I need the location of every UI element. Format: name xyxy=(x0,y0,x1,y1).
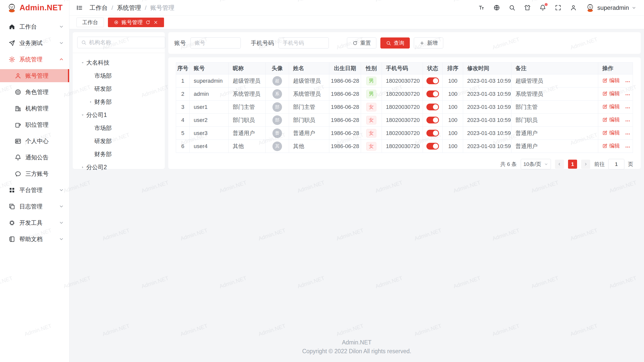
language-icon[interactable] xyxy=(493,4,500,11)
tree-node[interactable]: 分公司2 xyxy=(77,161,160,174)
gender-tag: 男 xyxy=(366,77,376,85)
fullscreen-icon[interactable] xyxy=(555,4,561,11)
page-size-select[interactable]: 10条/页 xyxy=(521,159,551,169)
row-more-button[interactable] xyxy=(625,118,630,124)
notification-icon[interactable] xyxy=(539,4,546,11)
breadcrumb-item[interactable]: 系统管理 xyxy=(117,4,141,12)
column-header-status: 状态 xyxy=(423,63,443,74)
user-icon[interactable] xyxy=(570,4,577,11)
sidebar-item-help-docs[interactable]: 帮助文档 xyxy=(0,233,69,246)
logo[interactable]: Admin.NET xyxy=(0,0,69,16)
theme-icon[interactable] xyxy=(524,4,531,11)
tree-node[interactable]: 市场部 xyxy=(77,121,160,134)
sidebar-item-workbench[interactable]: 工作台 xyxy=(0,20,69,33)
edit-button[interactable]: 编辑 xyxy=(602,103,620,110)
tree-caret-spacer xyxy=(87,74,94,78)
close-icon[interactable] xyxy=(153,20,158,25)
current-page-button[interactable]: 1 xyxy=(568,160,577,169)
edit-button[interactable]: 编辑 xyxy=(602,142,620,149)
edit-button[interactable]: 编辑 xyxy=(602,77,620,84)
sidebar-item-system-manage[interactable]: 系统管理 xyxy=(0,53,69,66)
org-search-input[interactable] xyxy=(89,39,162,46)
edit-button[interactable]: 编辑 xyxy=(602,129,620,136)
tree-node-label: 财务部 xyxy=(94,98,112,106)
sidebar-item-position-manage[interactable]: 职位管理 xyxy=(0,118,69,131)
search-icon[interactable] xyxy=(509,4,515,11)
caret-down-icon[interactable] xyxy=(79,113,86,117)
row-more-button[interactable] xyxy=(625,131,630,137)
refresh-icon[interactable] xyxy=(145,20,150,25)
goto-page-input[interactable] xyxy=(608,159,624,169)
tree-caret-spacer xyxy=(87,126,94,130)
tab-account-manage[interactable]: 账号管理 xyxy=(108,18,164,27)
phone-filter-input[interactable] xyxy=(278,37,329,49)
row-more-button[interactable] xyxy=(625,105,630,111)
user-menu[interactable]: superadmin xyxy=(585,3,636,13)
row-more-button[interactable] xyxy=(625,79,630,84)
caret-down-icon[interactable] xyxy=(79,61,86,65)
row-more-button[interactable] xyxy=(625,92,630,98)
status-toggle[interactable] xyxy=(426,143,439,150)
org-icon xyxy=(15,105,21,112)
send-icon xyxy=(9,40,15,47)
cell-phone: 18020030720 xyxy=(382,114,423,127)
table-header-row: 序号账号昵称头像姓名出生日期性别手机号码状态排序修改时间备注操作 xyxy=(176,63,633,74)
status-toggle[interactable] xyxy=(426,130,439,137)
sidebar-item-account-manage[interactable]: 账号管理 xyxy=(0,69,69,82)
tree-node-label: 研发部 xyxy=(94,85,112,93)
prev-page-button[interactable] xyxy=(555,160,564,169)
caret-right-icon[interactable] xyxy=(79,165,86,169)
cell-phone: 18020030720 xyxy=(382,101,423,114)
tree-node[interactable]: 财务部 xyxy=(77,95,160,108)
tree-node[interactable]: 大名科技 xyxy=(77,56,160,69)
column-header-modified: 修改时间 xyxy=(463,63,511,74)
table-row: 1superadmin超级管理员超超级管理员1986-06-28男1802003… xyxy=(176,74,633,87)
cell-birthdate: 1986-06-28 xyxy=(329,74,361,87)
account-filter-input[interactable] xyxy=(190,37,241,49)
cell-modified: 2023-01-03 10:59:44 xyxy=(463,114,511,127)
tree-node-label: 市场部 xyxy=(94,124,112,132)
caret-right-icon[interactable] xyxy=(87,100,94,104)
cell-gender: 男 xyxy=(361,87,382,101)
cell-account: admin xyxy=(190,87,229,101)
sidebar-item-business-test[interactable]: 业务测试 xyxy=(0,36,69,50)
tree-node[interactable]: 研发部 xyxy=(77,82,160,95)
sidebar-item-platform-manage[interactable]: 平台管理 xyxy=(0,184,69,197)
content-area: 大名科技市场部研发部财务部分公司1市场部研发部财务部分公司2 账号 手机号码 重… xyxy=(69,29,644,362)
tree-node[interactable]: 财务部 xyxy=(77,148,160,161)
edit-button[interactable]: 编辑 xyxy=(602,116,620,123)
cell-index: 5 xyxy=(176,127,190,140)
status-toggle[interactable] xyxy=(426,104,439,110)
breadcrumb-item[interactable]: 工作台 xyxy=(90,4,108,12)
tree-node[interactable]: 分公司1 xyxy=(77,108,160,121)
next-page-button[interactable] xyxy=(581,160,590,169)
row-more-button[interactable] xyxy=(625,144,630,150)
footer: Admin.NET Copyright © 2022 Dilon All rig… xyxy=(69,338,644,355)
reset-button[interactable]: 重置 xyxy=(347,37,376,49)
sidebar-item-role-manage[interactable]: 角色管理 xyxy=(0,85,69,99)
sidebar-item-third-party-account[interactable]: 三方账号 xyxy=(0,167,69,180)
log-icon xyxy=(9,203,15,210)
pagination: 共 6 条 10条/页 1 前往 页 xyxy=(176,159,633,169)
edit-button[interactable]: 编辑 xyxy=(602,90,620,97)
sidebar-item-log-manage[interactable]: 日志管理 xyxy=(0,200,69,213)
sidebar-item-org-manage[interactable]: 机构管理 xyxy=(0,102,69,115)
sidebar-item-dev-tools[interactable]: 开发工具 xyxy=(0,216,69,229)
filter-panel: 账号 手机号码 重置 查询 新增 xyxy=(168,32,641,54)
query-button[interactable]: 查询 xyxy=(380,37,410,49)
sidebar-item-personal-center[interactable]: 个人中心 xyxy=(0,134,69,148)
chevron-down-icon xyxy=(631,5,636,10)
cell-gender: 女 xyxy=(361,140,382,153)
cell-avatar: 部 xyxy=(266,101,289,114)
tab-workbench[interactable]: 工作台 xyxy=(76,18,104,27)
status-toggle[interactable] xyxy=(426,90,439,97)
status-toggle[interactable] xyxy=(426,117,439,123)
tree-node[interactable]: 市场部 xyxy=(77,69,160,82)
cell-index: 6 xyxy=(176,140,190,153)
status-toggle[interactable] xyxy=(426,77,439,84)
font-size-icon[interactable] xyxy=(478,4,485,11)
collapse-menu-icon[interactable] xyxy=(76,4,83,11)
tree-node[interactable]: 研发部 xyxy=(77,134,160,148)
add-button[interactable]: 新增 xyxy=(414,37,443,49)
sidebar-item-notice[interactable]: 通知公告 xyxy=(0,151,69,164)
